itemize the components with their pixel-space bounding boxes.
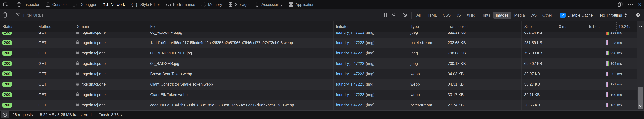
stopwatch-icon: [2, 112, 8, 118]
tab-memory[interactable]: Memory: [198, 0, 225, 9]
close-devtools-button[interactable]: ×: [636, 0, 644, 9]
url-filter-box: [14, 9, 381, 21]
initiator-link[interactable]: foundry.js:47223: [336, 41, 364, 45]
column-header-status[interactable]: Status: [0, 21, 36, 32]
tab-application[interactable]: Application: [285, 0, 317, 9]
tab-label: Accessibility: [262, 2, 282, 7]
initiator-link[interactable]: foundry.js:47223: [336, 103, 364, 108]
initiator-link[interactable]: foundry.js:47223: [336, 93, 364, 97]
disable-cache-checkbox[interactable]: ✓: [560, 13, 566, 18]
column-header-method[interactable]: Method: [36, 21, 73, 32]
tab-debugger[interactable]: Debugger: [70, 0, 99, 9]
initiator-link[interactable]: foundry.js:47223: [336, 51, 364, 55]
table-row[interactable]: 200 GET rpgcdn.tcj.one 00_BADGER.jpg fou…: [0, 58, 644, 69]
status-badge: 200: [2, 40, 12, 45]
devtools-menu-button[interactable]: •••: [626, 0, 636, 9]
toolbar-separator: [631, 12, 631, 19]
network-status-bar: 26 requests 5.24 MB / 5.26 MB transferre…: [0, 110, 644, 119]
filter-type-other[interactable]: Other: [540, 12, 555, 19]
initiator-link[interactable]: foundry.js:47223: [336, 32, 364, 35]
table-row[interactable]: 200 GET rpgcdn.tcj.one Giant Elk Token.w…: [0, 90, 644, 100]
toolbar-separator: [596, 12, 596, 19]
vertical-scrollbar[interactable]: [637, 21, 644, 110]
cell-status: 200: [0, 48, 36, 58]
throttling-select[interactable]: No Throttling: [598, 13, 630, 18]
cell-transferred: 700.13 KB: [445, 58, 522, 69]
initiator-link[interactable]: foundry.js:47223: [336, 61, 364, 66]
initiator-link[interactable]: foundry.js:47223: [336, 72, 364, 76]
filter-type-media[interactable]: Media: [512, 12, 527, 19]
initiator-detail: (img): [366, 103, 374, 108]
cell-initiator: foundry.js:47223 (img): [334, 69, 408, 79]
column-header-waterfall[interactable]: 0 ms 5.12 s 10.24 s: [557, 21, 644, 32]
cell-type: webp: [408, 79, 445, 90]
column-header-size[interactable]: Size: [522, 21, 557, 32]
table-row[interactable]: 200 GET rpgcdn.tcj.one 00_BENEVOLENCE.jp…: [0, 48, 644, 58]
table-row[interactable]: 200 GET rpgcdn.tcj.one Brown Bear Token.…: [0, 69, 644, 79]
pick-element-button[interactable]: [0, 0, 11, 9]
column-header-transferred[interactable]: Transferred: [445, 21, 522, 32]
partially-scrolled-row[interactable]: 200 GET rpgcdn.tcj.one 00_AEQUITAS.jpg f…: [0, 32, 644, 37]
table-row[interactable]: 200 GET rpgcdn.tcj.one 00_AEQUITAS.jpg f…: [0, 32, 644, 37]
pause-recording-button[interactable]: [381, 9, 389, 21]
cell-initiator: foundry.js:47223 (img): [334, 37, 408, 48]
pick-element-icon: [3, 2, 8, 7]
filter-type-html[interactable]: HTML: [424, 12, 440, 19]
scroll-down-button[interactable]: [637, 105, 644, 108]
initiator-link[interactable]: foundry.js:47223: [336, 82, 364, 87]
column-header-type[interactable]: Type: [408, 21, 445, 32]
cell-initiator: foundry.js:47223 (img): [334, 100, 408, 110]
waterfall-time: 228 ms: [610, 41, 622, 45]
filter-type-ws[interactable]: WS: [528, 12, 539, 19]
status-badge: 200: [2, 71, 12, 76]
tab-performance[interactable]: Performance: [163, 0, 198, 9]
tab-console[interactable]: Console: [42, 0, 70, 9]
filter-type-js[interactable]: JS: [454, 12, 464, 19]
filter-type-images[interactable]: Images: [493, 12, 511, 19]
initiator-detail: (img): [366, 61, 374, 66]
cell-size: 26.66 KB: [522, 100, 557, 110]
cell-transferred: 232.65 KB: [445, 37, 522, 48]
tab-label: Memory: [208, 2, 222, 7]
cell-transferred: 34.03 KB: [445, 69, 522, 79]
application-icon: [288, 2, 294, 7]
table-row[interactable]: 200 GET rpgcdn.tcj.one Giant Constrictor…: [0, 79, 644, 90]
block-requests-button[interactable]: [400, 9, 410, 21]
search-button[interactable]: [389, 9, 400, 21]
tab-label: Inspector: [24, 2, 40, 7]
table-row[interactable]: 200 GET rpgcdn.tcj.one cdae9906a5134f2b1…: [0, 100, 644, 110]
column-header-file[interactable]: File: [148, 21, 334, 32]
requests-table-header: Status Method Domain File Initiator Type…: [0, 21, 644, 32]
cell-file: Giant Constrictor Snake Token.webp: [148, 79, 334, 90]
tab-inspector[interactable]: Inspector: [14, 0, 42, 9]
performance-analysis-button[interactable]: [1, 111, 9, 119]
disable-cache-control[interactable]: ✓ Disable Cache: [559, 13, 594, 18]
responsive-design-mode-button[interactable]: [615, 0, 626, 9]
cell-method: GET: [36, 58, 73, 69]
filter-type-all[interactable]: All: [414, 12, 423, 19]
table-row[interactable]: 200 GET rpgcdn.tcj.one 1add1d9bdb466dc21…: [0, 37, 644, 48]
filter-type-fonts[interactable]: Fonts: [478, 12, 493, 19]
waterfall-time: 191 ms: [610, 82, 622, 86]
initiator-detail: (img): [366, 51, 374, 55]
block-icon: [402, 12, 407, 18]
column-header-domain[interactable]: Domain: [73, 21, 148, 32]
column-header-initiator[interactable]: Initiator: [334, 21, 408, 32]
scroll-up-button[interactable]: [637, 25, 644, 29]
domain-text: rpgcdn.tcj.one: [81, 93, 106, 97]
filter-type-xhr[interactable]: XHR: [464, 12, 477, 19]
filter-urls-input[interactable]: [23, 13, 381, 18]
tab-accessibility[interactable]: Accessibility: [252, 0, 285, 9]
tab-network[interactable]: ↑↓ Network: [99, 0, 128, 9]
network-settings-button[interactable]: [632, 9, 644, 21]
filter-type-css[interactable]: CSS: [440, 12, 453, 19]
tab-storage[interactable]: Storage: [225, 0, 252, 9]
tab-style-editor[interactable]: { } Style Editor: [128, 0, 163, 9]
initiator-detail: (img): [366, 82, 374, 87]
cell-status: 200: [0, 32, 36, 37]
cell-file: Brown Bear Token.webp: [148, 69, 334, 79]
cell-status: 200: [0, 69, 36, 79]
style-editor-icon: { }: [130, 2, 138, 7]
debugger-icon: [72, 2, 78, 7]
clear-requests-button[interactable]: [0, 9, 10, 21]
